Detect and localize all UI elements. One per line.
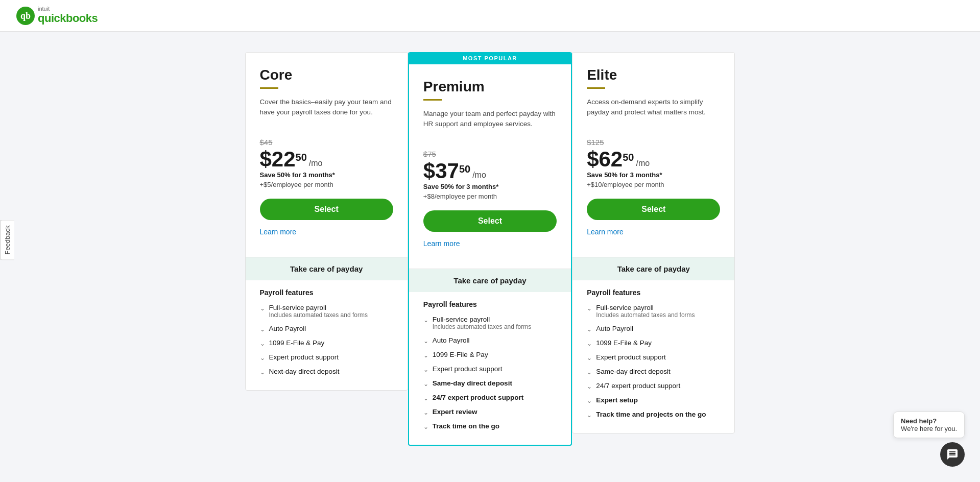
feature-chevron-icon-elite-7: ⌄ — [587, 412, 592, 419]
learn-more-link-elite[interactable]: Learn more — [587, 228, 624, 236]
feature-chevron-icon-premium-4: ⌄ — [423, 380, 428, 388]
select-button-premium[interactable]: Select — [423, 210, 557, 232]
feature-chevron-icon-premium-1: ⌄ — [423, 338, 428, 345]
feature-name-elite-4: Same-day direct deposit — [596, 368, 671, 375]
most-popular-banner: MOST POPULAR — [409, 52, 571, 64]
help-bubble: Need help? We're here for you. — [893, 412, 965, 438]
plan-accent-core — [260, 87, 278, 89]
feature-chevron-icon-premium-7: ⌄ — [423, 423, 428, 430]
plan-body-premium: PremiumManage your team and perfect payd… — [409, 64, 571, 258]
feature-text-group-premium-6: Expert review — [433, 408, 477, 416]
plan-card-core: CoreCover the basics–easily pay your tea… — [245, 52, 408, 391]
feature-chevron-icon-premium-0: ⌄ — [423, 317, 428, 324]
feature-item-core-1: ⌄Auto Payroll — [260, 325, 393, 333]
plan-per-employee-premium: +$8/employee per month — [423, 192, 557, 200]
plan-price-cents-core: 50 — [296, 152, 307, 163]
learn-more-link-core[interactable]: Learn more — [260, 228, 297, 236]
feature-text-group-elite-3: Expert product support — [596, 353, 666, 361]
feature-text-group-core-3: Expert product support — [269, 353, 339, 361]
plan-save-premium: Save 50% for 3 months* — [423, 183, 557, 190]
features-category-elite: Payroll features — [587, 288, 720, 297]
feature-item-premium-3: ⌄Expert product support — [423, 365, 557, 373]
feature-text-group-premium-3: Expert product support — [433, 365, 503, 373]
take-care-header-premium: Take care of payday — [409, 269, 571, 292]
help-chat: Need help? We're here for you. — [893, 412, 965, 467]
main-content: CoreCover the basics–easily pay your tea… — [0, 32, 980, 476]
features-section-premium: Take care of paydayPayroll features⌄Full… — [409, 269, 571, 445]
feature-text-group-elite-2: 1099 E-File & Pay — [596, 339, 652, 347]
help-chat-button[interactable] — [940, 442, 965, 467]
feature-text-group-premium-2: 1099 E-File & Pay — [433, 351, 488, 358]
feature-chevron-icon-elite-1: ⌄ — [587, 326, 592, 333]
plan-accent-premium — [423, 99, 442, 101]
quickbooks-logo-icon: qb — [16, 7, 35, 25]
plan-body-core: CoreCover the basics–easily pay your tea… — [246, 53, 408, 247]
logo-area: qb intuit quickbooks — [16, 6, 98, 25]
feature-text-group-premium-0: Full-service payrollIncludes automated t… — [433, 316, 531, 330]
features-section-elite: Take care of paydayPayroll features⌄Full… — [572, 257, 734, 433]
feature-text-group-premium-4: Same-day direct deposit — [433, 379, 512, 387]
feature-name-premium-0: Full-service payroll — [433, 316, 531, 323]
feature-name-premium-4: Same-day direct deposit — [433, 379, 512, 387]
feature-item-premium-5: ⌄24/7 expert product support — [423, 394, 557, 402]
feature-item-premium-0: ⌄Full-service payrollIncludes automated … — [423, 316, 557, 330]
plan-description-elite: Access on-demand experts to simplify pay… — [587, 97, 720, 128]
plan-price-row-premium: $3750/mo — [423, 160, 557, 182]
plan-original-price-elite: $125 — [587, 138, 720, 147]
feature-name-core-4: Next-day direct deposit — [269, 368, 340, 375]
feature-text-group-core-4: Next-day direct deposit — [269, 368, 340, 375]
feature-item-elite-4: ⌄Same-day direct deposit — [587, 368, 720, 376]
feature-chevron-icon-elite-6: ⌄ — [587, 397, 592, 404]
plan-card-premium: MOST POPULARPremiumManage your team and … — [408, 52, 572, 446]
feedback-button[interactable]: Feedback — [0, 220, 14, 260]
feature-item-elite-5: ⌄24/7 expert product support — [587, 382, 720, 390]
plan-price-mo-core: /mo — [309, 159, 323, 168]
feature-item-core-2: ⌄1099 E-File & Pay — [260, 339, 393, 347]
feature-sub-premium-0: Includes automated taxes and forms — [433, 323, 531, 330]
learn-more-link-premium[interactable]: Learn more — [423, 239, 460, 248]
feature-name-core-0: Full-service payroll — [269, 304, 368, 311]
features-category-core: Payroll features — [260, 288, 393, 297]
take-care-header-elite: Take care of payday — [572, 257, 734, 280]
feature-text-group-elite-5: 24/7 expert product support — [596, 382, 680, 390]
chat-icon — [946, 448, 959, 461]
feature-name-elite-7: Track time and projects on the go — [596, 411, 706, 418]
feature-name-premium-6: Expert review — [433, 408, 477, 416]
feature-text-group-core-2: 1099 E-File & Pay — [269, 339, 325, 347]
feature-item-premium-4: ⌄Same-day direct deposit — [423, 379, 557, 388]
plan-description-premium: Manage your team and perfect payday with… — [423, 109, 557, 139]
plan-description-core: Cover the basics–easily pay your team an… — [260, 97, 393, 128]
plan-card-elite: EliteAccess on-demand experts to simplif… — [572, 52, 735, 433]
feature-item-core-3: ⌄Expert product support — [260, 353, 393, 362]
feature-chevron-icon-premium-5: ⌄ — [423, 395, 428, 402]
features-section-core: Take care of paydayPayroll features⌄Full… — [246, 257, 408, 390]
plan-per-employee-elite: +$10/employee per month — [587, 181, 720, 188]
feature-item-core-0: ⌄Full-service payrollIncludes automated … — [260, 304, 393, 319]
plan-price-row-core: $2250/mo — [260, 149, 393, 170]
feature-sub-elite-0: Includes automated taxes and forms — [596, 311, 695, 319]
features-body-core: Payroll features⌄Full-service payrollInc… — [246, 280, 408, 390]
feature-name-elite-2: 1099 E-File & Pay — [596, 339, 652, 347]
feature-name-premium-1: Auto Payroll — [433, 336, 470, 344]
feature-chevron-icon-elite-3: ⌄ — [587, 354, 592, 362]
feature-chevron-icon-elite-5: ⌄ — [587, 383, 592, 390]
feature-chevron-icon-premium-6: ⌄ — [423, 409, 428, 416]
help-line2: We're here for you. — [901, 425, 957, 432]
select-button-elite[interactable]: Select — [587, 199, 720, 220]
feature-item-premium-2: ⌄1099 E-File & Pay — [423, 351, 557, 359]
feature-chevron-icon-elite-4: ⌄ — [587, 369, 592, 376]
plan-body-elite: EliteAccess on-demand experts to simplif… — [572, 53, 734, 247]
plan-price-dollar-premium: $37 — [423, 160, 459, 182]
plan-name-premium: Premium — [423, 79, 557, 95]
plan-price-mo-elite: /mo — [636, 159, 650, 168]
plan-original-price-core: $45 — [260, 138, 393, 147]
feature-name-premium-3: Expert product support — [433, 365, 503, 373]
feature-item-core-4: ⌄Next-day direct deposit — [260, 368, 393, 376]
plan-save-core: Save 50% for 3 months* — [260, 171, 393, 179]
select-button-core[interactable]: Select — [260, 199, 393, 220]
feature-chevron-icon-core-4: ⌄ — [260, 369, 265, 376]
feature-item-elite-7: ⌄Track time and projects on the go — [587, 411, 720, 419]
feature-item-elite-3: ⌄Expert product support — [587, 353, 720, 362]
feature-text-group-elite-0: Full-service payrollIncludes automated t… — [596, 304, 695, 319]
plan-name-core: Core — [260, 67, 393, 83]
